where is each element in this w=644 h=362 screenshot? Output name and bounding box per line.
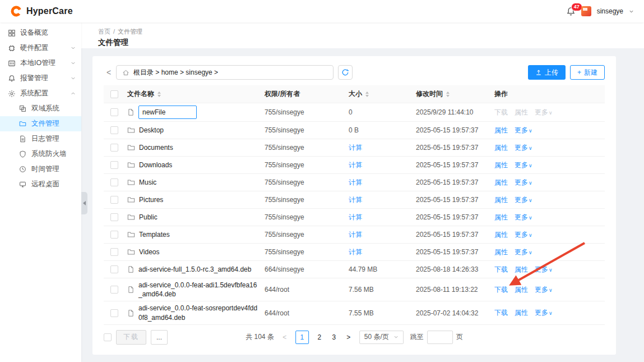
- more-action[interactable]: 更多∨: [515, 144, 532, 152]
- modified-time: 2025-05-15 19:57:37: [416, 213, 478, 221]
- row-checkbox[interactable]: [110, 126, 118, 134]
- sidebar-item-firewall[interactable]: 系统防火墙: [0, 146, 81, 162]
- row-checkbox[interactable]: [110, 196, 118, 204]
- back-icon[interactable]: <: [104, 68, 114, 77]
- props-action[interactable]: 属性: [494, 161, 508, 169]
- chevron-down-icon[interactable]: [629, 9, 634, 14]
- props-action[interactable]: 属性: [494, 231, 508, 239]
- more-action[interactable]: 更多∨: [515, 248, 532, 256]
- file-name[interactable]: Music: [139, 178, 156, 187]
- row-checkbox[interactable]: [110, 178, 118, 186]
- table-row: Desktop755/sinsegye0 B2025-05-15 19:57:3…: [104, 122, 605, 139]
- more-action[interactable]: 更多∨: [515, 161, 532, 169]
- sidebar-item-hardware-config[interactable]: 硬件配置: [0, 40, 81, 56]
- more-action[interactable]: 更多∨: [535, 286, 553, 294]
- file-name[interactable]: adi-service-full_1.5.0-rc.3_amd64.deb: [138, 265, 251, 274]
- sidebar-item-local-io[interactable]: 本地IO管理: [0, 56, 81, 71]
- props-action[interactable]: 属性: [494, 126, 508, 134]
- row-checkbox[interactable]: [110, 108, 118, 116]
- file-name[interactable]: Videos: [139, 248, 159, 256]
- compute-size-link[interactable]: 计算: [349, 144, 362, 152]
- jump-page-input[interactable]: [427, 331, 453, 344]
- compute-size-link[interactable]: 计算: [349, 161, 362, 169]
- props-action[interactable]: 属性: [494, 196, 508, 204]
- more-action[interactable]: 更多∨: [515, 126, 532, 134]
- breadcrumb-home[interactable]: 首页: [98, 28, 110, 35]
- props-action[interactable]: 属性: [494, 144, 508, 152]
- sort-icon[interactable]: [446, 91, 450, 97]
- folder-icon: [127, 178, 135, 186]
- compute-size-link[interactable]: 计算: [349, 231, 362, 239]
- page-button-1[interactable]: 1: [295, 331, 309, 344]
- row-checkbox[interactable]: [110, 213, 118, 221]
- more-action[interactable]: 更多∨: [535, 265, 553, 273]
- compute-size-link[interactable]: 计算: [349, 213, 362, 221]
- more-action[interactable]: 更多∨: [515, 196, 532, 204]
- file-name[interactable]: Templates: [139, 230, 170, 239]
- username[interactable]: sinsegye: [597, 7, 623, 15]
- row-checkbox[interactable]: [110, 231, 118, 239]
- path-input[interactable]: 根目录 > home > sinsegye >: [116, 65, 333, 80]
- file-name[interactable]: Desktop: [139, 126, 164, 135]
- row-checkbox[interactable]: [110, 265, 118, 273]
- row-checkbox[interactable]: [110, 286, 118, 294]
- row-checkbox[interactable]: [110, 161, 118, 169]
- upload-button[interactable]: 上传: [528, 65, 566, 80]
- avatar[interactable]: [581, 6, 591, 16]
- download-action[interactable]: 下载: [494, 309, 508, 317]
- sidebar-item-device-overview[interactable]: 设备概览: [0, 25, 81, 40]
- props-action[interactable]: 属性: [494, 248, 508, 256]
- sidebar-item-remote-desktop[interactable]: 远程桌面: [0, 177, 81, 192]
- more-action[interactable]: 更多∨: [515, 213, 532, 221]
- page-button-2[interactable]: 2: [316, 333, 323, 341]
- more-action[interactable]: 更多∨: [535, 309, 553, 317]
- props-action[interactable]: 属性: [494, 213, 508, 221]
- download-action[interactable]: 下载: [494, 265, 508, 273]
- row-checkbox[interactable]: [110, 248, 118, 256]
- row-checkbox[interactable]: [110, 144, 118, 152]
- page-size-select[interactable]: 50 条/页: [359, 331, 404, 344]
- download-action[interactable]: 下载: [494, 286, 508, 294]
- props-action[interactable]: 属性: [515, 265, 528, 273]
- sidebar-item-system-config[interactable]: 系统配置: [0, 86, 81, 101]
- file-name[interactable]: adi-service_0.0.0-feat-adi1.5devfbfea16_…: [138, 281, 260, 299]
- op-label: 属性: [494, 126, 508, 134]
- sidebar-item-dual-domain[interactable]: 双域系统: [0, 101, 81, 116]
- compute-size-link[interactable]: 计算: [349, 178, 362, 186]
- more-action[interactable]: 更多∨: [515, 231, 532, 239]
- refresh-button[interactable]: [338, 65, 353, 80]
- sort-icon[interactable]: [157, 91, 161, 97]
- table-row: Public755/sinsegye计算2025-05-15 19:57:37属…: [104, 209, 605, 226]
- footer-select-all-checkbox[interactable]: [104, 333, 112, 341]
- dual-domain-icon: [19, 105, 27, 112]
- sidebar-item-alarm-management[interactable]: 报警管理: [0, 71, 81, 86]
- sidebar: 设备概览 硬件配置 本地IO管理 报警管理 系统配置 双域系统 文件管理 日志管…: [0, 22, 81, 362]
- sidebar-item-log-management[interactable]: 日志管理: [0, 131, 81, 146]
- more-action[interactable]: 更多∨: [515, 178, 532, 186]
- props-action[interactable]: 属性: [515, 286, 528, 294]
- notification-bell-icon[interactable]: 47: [566, 7, 576, 16]
- file-name[interactable]: Public: [139, 213, 157, 222]
- props-action: 属性: [515, 108, 528, 116]
- file-name[interactable]: Pictures: [139, 195, 163, 204]
- file-name[interactable]: adi-service_0.0.0-feat-sosreportdev4fdd0…: [138, 304, 260, 322]
- compute-size-link[interactable]: 计算: [349, 196, 362, 204]
- page-button-3[interactable]: 3: [330, 333, 338, 341]
- next-page-icon[interactable]: >: [345, 333, 353, 341]
- sidebar-item-time-management[interactable]: 时间管理: [0, 162, 81, 177]
- compute-size-link[interactable]: 计算: [349, 248, 362, 256]
- props-action[interactable]: 属性: [494, 178, 508, 186]
- file-name-input[interactable]: [138, 106, 197, 119]
- sidebar-collapse-handle[interactable]: [81, 192, 87, 214]
- sidebar-item-file-management[interactable]: 文件管理: [0, 116, 81, 131]
- row-checkbox[interactable]: [110, 309, 118, 317]
- select-all-checkbox[interactable]: [110, 90, 118, 98]
- file-name[interactable]: Downloads: [139, 161, 172, 169]
- create-new-button[interactable]: + 新建: [570, 65, 605, 80]
- plus-icon: +: [577, 68, 581, 76]
- file-name[interactable]: Documents: [139, 143, 173, 152]
- batch-download-button: 下载: [116, 330, 146, 345]
- sort-icon[interactable]: [365, 91, 369, 97]
- props-action[interactable]: 属性: [515, 309, 528, 317]
- more-actions-button[interactable]: ...: [151, 330, 168, 345]
